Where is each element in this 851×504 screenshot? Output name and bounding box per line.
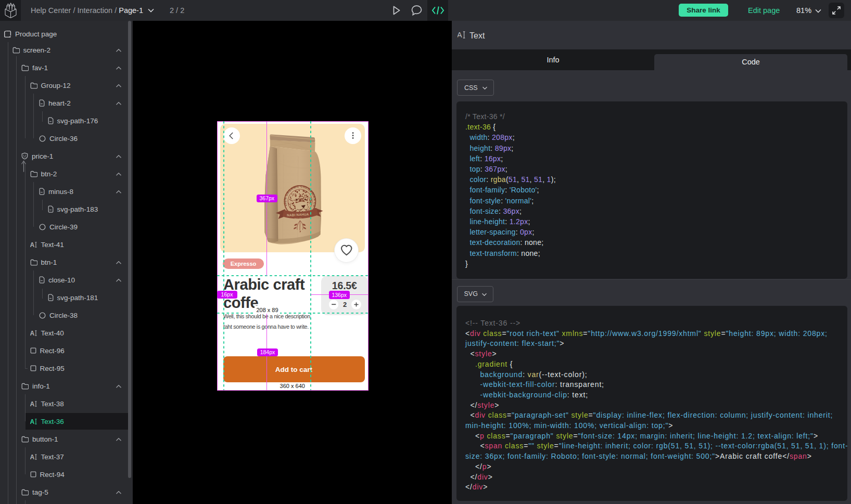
svg-text:A: A	[30, 454, 35, 460]
svg-text:A: A	[30, 241, 35, 248]
svg-text:A: A	[30, 400, 35, 407]
svg-text:A: A	[458, 31, 462, 39]
svg-text:SINCE 1936: SINCE 1936	[294, 217, 302, 219]
svg-text:A: A	[30, 330, 35, 337]
svg-text:A: A	[30, 418, 35, 425]
